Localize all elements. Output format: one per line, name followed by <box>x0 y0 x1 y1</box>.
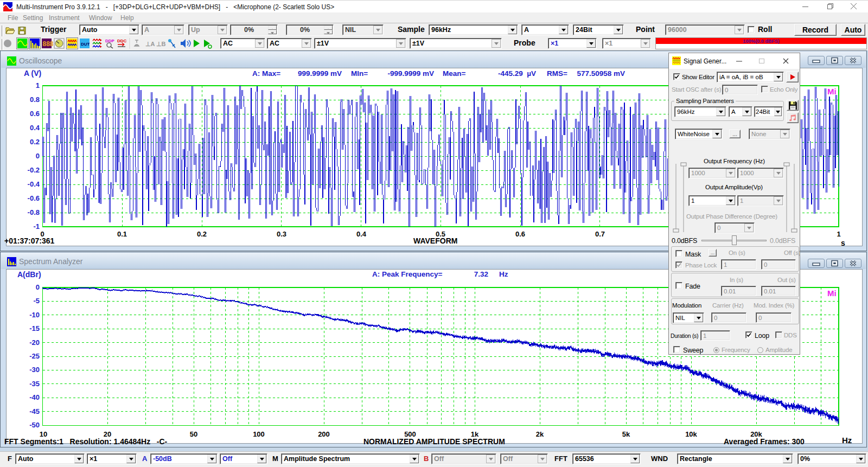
svg-text:DDC: DDC <box>117 39 127 43</box>
svg-text:888: 888 <box>43 40 54 48</box>
svg-text:⊥A: ⊥A <box>145 41 155 47</box>
svg-text:DUT: DUT <box>81 42 90 47</box>
svg-text:⊥B: ⊥B <box>156 41 166 47</box>
svg-text:DDP: DDP <box>105 39 115 43</box>
